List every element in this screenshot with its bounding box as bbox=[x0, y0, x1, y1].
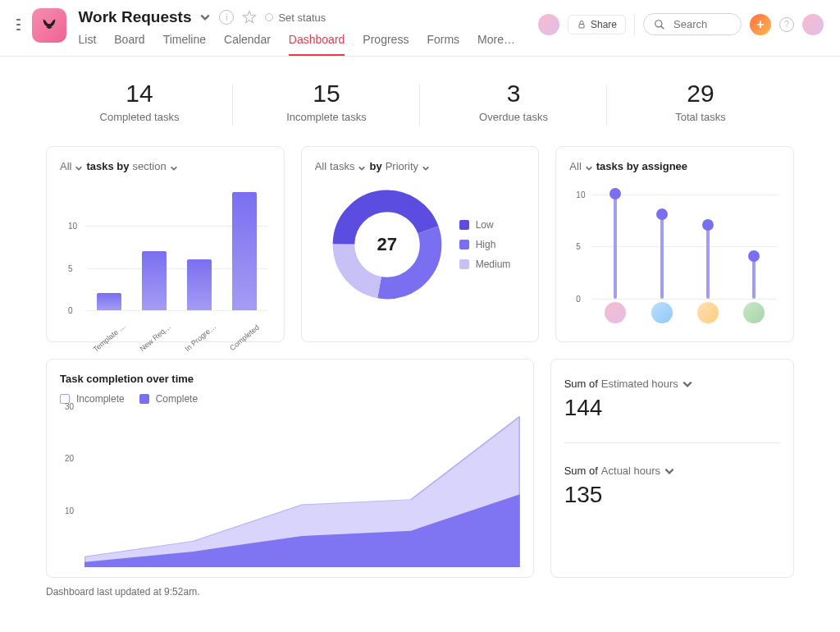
sum-header[interactable]: Sum of Actual hours bbox=[564, 465, 780, 477]
last-updated-note: Dashboard last updated at 9:52am. bbox=[46, 586, 794, 598]
project-icon[interactable] bbox=[32, 8, 66, 43]
stat-value: 3 bbox=[420, 80, 607, 108]
legend-item: Low bbox=[459, 219, 511, 231]
legend-label: High bbox=[476, 239, 496, 250]
help-icon[interactable]: ? bbox=[779, 17, 794, 32]
create-button[interactable]: + bbox=[750, 14, 771, 35]
sum-field: Actual hours bbox=[601, 465, 660, 477]
bar bbox=[232, 192, 257, 310]
stat-label: Total tasks bbox=[607, 111, 794, 123]
assignee-avatar[interactable] bbox=[697, 302, 719, 323]
tab-calendar[interactable]: Calendar bbox=[224, 33, 271, 56]
legend-swatch bbox=[459, 259, 469, 269]
filter-all: All bbox=[315, 160, 326, 172]
assignee-avatar[interactable] bbox=[651, 302, 673, 323]
search-icon bbox=[654, 19, 665, 30]
hours-summary-card[interactable]: Sum of Estimated hours 144 Sum of Actual… bbox=[550, 359, 794, 578]
stat-tile[interactable]: 15Incomplete tasks bbox=[233, 80, 420, 123]
x-tick: Completed bbox=[229, 323, 262, 353]
y-tick: 10 bbox=[65, 506, 74, 515]
svg-point-2 bbox=[655, 20, 662, 26]
legend-label: Low bbox=[476, 219, 494, 231]
donut-chart: 27 LowHighMedium bbox=[315, 187, 526, 302]
tasks-by-priority-card[interactable]: All tasks by Priority 27 LowHighMedium bbox=[301, 146, 540, 342]
y-tick: 30 bbox=[65, 402, 74, 411]
tasks-by-label: tasks by bbox=[86, 160, 129, 172]
summary-stats: 14Completed tasks15Incomplete tasks3Over… bbox=[46, 80, 794, 123]
card-header[interactable]: All tasks by Priority bbox=[315, 160, 526, 172]
info-icon[interactable]: i bbox=[219, 10, 234, 25]
search-input[interactable] bbox=[672, 17, 729, 31]
bottom-row: Task completion over time Incomplete Com… bbox=[46, 359, 794, 578]
stat-tile[interactable]: 3Overdue tasks bbox=[420, 80, 607, 123]
stat-label: Incomplete tasks bbox=[233, 111, 420, 123]
legend-label: Incomplete bbox=[76, 393, 125, 405]
profile-avatar[interactable] bbox=[802, 14, 824, 35]
star-icon[interactable] bbox=[242, 10, 257, 25]
y-tick: 5 bbox=[576, 242, 581, 251]
card-header[interactable]: All tasks by section bbox=[60, 160, 271, 172]
sum-field: Estimated hours bbox=[601, 378, 678, 390]
donut-ring: 27 bbox=[330, 187, 445, 302]
title-column: Work Requests i Set status ListBoardTime… bbox=[78, 8, 514, 56]
member-avatar[interactable] bbox=[538, 14, 559, 35]
area-chart: 102030 bbox=[60, 411, 520, 567]
legend-complete: Complete bbox=[139, 393, 198, 405]
tab-board[interactable]: Board bbox=[114, 33, 144, 56]
x-tick: In Progre… bbox=[184, 323, 218, 353]
tab-forms[interactable]: Forms bbox=[427, 33, 459, 56]
sum-header[interactable]: Sum of Estimated hours bbox=[564, 378, 780, 390]
y-tick: 0 bbox=[576, 295, 581, 304]
assignee-avatar[interactable] bbox=[605, 302, 626, 323]
assignee-avatar[interactable] bbox=[743, 302, 765, 323]
dashboard-body: 14Completed tasks15Incomplete tasks3Over… bbox=[0, 57, 840, 614]
share-button[interactable]: Share bbox=[568, 15, 626, 34]
sum-prefix: Sum of bbox=[564, 378, 598, 390]
bar-chart: 0510Template …New Req…In Progre…Complete… bbox=[60, 184, 271, 332]
filter-all: All bbox=[569, 160, 581, 172]
bar bbox=[187, 259, 212, 310]
search-box[interactable] bbox=[643, 13, 742, 35]
menu-icon[interactable] bbox=[16, 15, 21, 34]
y-tick: 0 bbox=[68, 306, 73, 315]
lollipop-chart: 0510 bbox=[569, 184, 780, 323]
completion-over-time-card[interactable]: Task completion over time Incomplete Com… bbox=[46, 359, 534, 578]
tab-timeline[interactable]: Timeline bbox=[163, 33, 206, 56]
lollipop-bar bbox=[752, 257, 756, 299]
tasks-by-section-card[interactable]: All tasks by section 0510Template …New R… bbox=[46, 146, 285, 342]
tab-list[interactable]: List bbox=[78, 33, 96, 56]
lollipop-bar bbox=[706, 226, 710, 299]
by-label: by bbox=[369, 160, 381, 172]
page-title[interactable]: Work Requests bbox=[78, 8, 191, 26]
legend-label: Complete bbox=[156, 393, 198, 405]
set-status-button[interactable]: Set status bbox=[265, 11, 326, 24]
bar bbox=[142, 251, 167, 310]
lock-icon bbox=[577, 20, 587, 30]
legend-swatch bbox=[139, 394, 149, 404]
lollipop-bar bbox=[614, 195, 617, 299]
sum-prefix: Sum of bbox=[564, 465, 598, 477]
tab-more[interactable]: More… bbox=[477, 33, 515, 56]
svg-marker-0 bbox=[244, 11, 256, 23]
actual-hours-block: Sum of Actual hours 135 bbox=[564, 460, 780, 524]
stat-tile[interactable]: 14Completed tasks bbox=[46, 80, 233, 123]
stat-tile[interactable]: 29Total tasks bbox=[607, 80, 794, 123]
y-tick: 10 bbox=[576, 190, 585, 199]
stat-label: Completed tasks bbox=[46, 111, 233, 123]
y-tick: 20 bbox=[65, 454, 74, 463]
share-label: Share bbox=[591, 19, 617, 30]
chart-cards-row: All tasks by section 0510Template …New R… bbox=[46, 146, 794, 342]
legend-item: Medium bbox=[459, 259, 511, 270]
title-dropdown-icon[interactable] bbox=[199, 11, 211, 23]
card-header[interactable]: All tasks by assignee bbox=[569, 160, 780, 172]
tab-dashboard[interactable]: Dashboard bbox=[289, 33, 345, 56]
chevron-down-icon bbox=[170, 163, 178, 171]
tab-progress[interactable]: Progress bbox=[363, 33, 409, 56]
tasks-by-assignee-card[interactable]: All tasks by assignee 0510 bbox=[555, 146, 794, 342]
legend-swatch bbox=[459, 220, 469, 230]
grouping-field: section bbox=[133, 160, 167, 172]
card-title: Task completion over time bbox=[60, 373, 520, 385]
area-legend: Incomplete Complete bbox=[60, 393, 520, 405]
stat-label: Overdue tasks bbox=[420, 111, 607, 123]
priority-legend: LowHighMedium bbox=[459, 219, 511, 270]
